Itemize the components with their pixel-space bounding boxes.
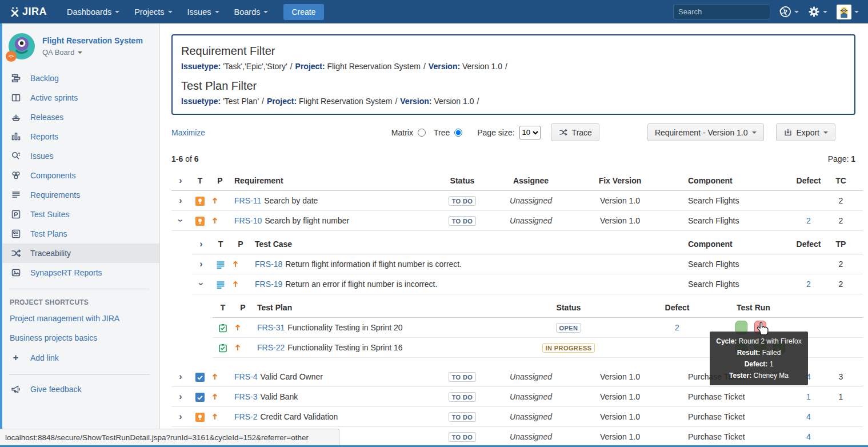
menu-projects[interactable]: Projects (127, 0, 179, 23)
requirement-row: › FRS-11Search by date TO DO Unassigned … (171, 191, 863, 211)
sidebar-item-issues[interactable]: Issues (0, 146, 159, 166)
menu-boards[interactable]: Boards (227, 0, 276, 23)
sidebar-divider (9, 374, 150, 375)
help-menu[interactable]: ? (779, 6, 799, 18)
collapse-chevron-icon[interactable]: › (197, 282, 206, 285)
page-size-select[interactable]: 10 (519, 126, 541, 139)
priority-up-icon (231, 280, 250, 289)
story-icon (195, 217, 205, 226)
test-plans-icon (10, 228, 22, 240)
task-icon (195, 373, 205, 382)
shuffle-icon (558, 127, 568, 137)
expand-chevron-icon[interactable]: › (179, 392, 182, 401)
test-case-row: › FRS-19Return an error if flight number… (192, 274, 863, 294)
menu-issues[interactable]: Issues (180, 0, 227, 23)
test-plan-icon (218, 344, 227, 353)
defect-count-link[interactable]: 1 (806, 392, 811, 401)
status-badge: TO DO (449, 196, 477, 206)
sidebar-item-test-plans[interactable]: Test Plans (0, 224, 159, 244)
user-menu[interactable] (837, 5, 859, 19)
admin-menu[interactable] (808, 6, 827, 18)
maximize-link[interactable]: Maximize (171, 128, 205, 137)
sidebar-item-backlog[interactable]: Backlog (0, 69, 159, 88)
defect-count-link[interactable]: 2 (806, 280, 811, 289)
issue-key-link[interactable]: FRS-11 (234, 196, 261, 205)
help-icon: ? (779, 6, 791, 18)
issue-key-link[interactable]: FRS-31 (257, 323, 285, 332)
test-plan-header-row: T P Test Plan Status Defect Test Run (213, 298, 863, 318)
shortcut-business-projects[interactable]: Business projects basics (0, 328, 159, 348)
task-icon (195, 393, 205, 402)
chevron-down-icon (823, 11, 827, 13)
defect-count-link[interactable]: 4 (806, 432, 811, 441)
give-feedback-button[interactable]: Give feedback (0, 380, 159, 399)
priority-up-icon (210, 412, 230, 421)
sidebar-item-reports[interactable]: Reports (0, 127, 159, 146)
trace-button[interactable]: Trace (551, 123, 599, 141)
requirement-header-row: › T P Requirement Status Assignee Fix Ve… (171, 171, 863, 191)
issue-key-link[interactable]: FRS-10 (234, 216, 262, 225)
sidebar-item-active-sprints[interactable]: Active sprints (0, 88, 159, 107)
jira-logo-icon (9, 6, 21, 18)
defect-count-link[interactable]: 4 (806, 412, 811, 421)
project-avatar[interactable]: <> (9, 33, 35, 59)
collapse-chevron-icon[interactable]: › (176, 219, 185, 222)
browser-status-bar: localhost:8848/secure/ShowTestRunDetail.… (0, 429, 339, 445)
status-url: localhost:8848/secure/ShowTestRunDetail.… (5, 433, 309, 442)
expand-chevron-icon[interactable]: › (179, 412, 182, 421)
components-icon (10, 170, 22, 181)
image-report-icon (10, 267, 22, 278)
menu-dashboards[interactable]: Dashboards (59, 0, 127, 23)
shortcut-project-management[interactable]: Project management with JIRA (0, 309, 159, 328)
expand-chevron-icon[interactable]: › (179, 372, 182, 381)
priority-up-icon (233, 323, 253, 332)
sidebar-item-releases[interactable]: Releases (0, 107, 159, 127)
scope-dropdown-button[interactable]: Requirement - Version 1.0 (647, 123, 764, 141)
chevron-down-icon (752, 131, 757, 134)
sidebar-item-components[interactable]: Components (0, 166, 159, 185)
priority-up-icon (210, 392, 230, 401)
matrix-radio[interactable] (418, 129, 426, 137)
result-count: 1-6 of 6 (171, 154, 199, 163)
chevron-down-icon (78, 51, 82, 54)
board-switcher[interactable]: QA Board (42, 48, 143, 57)
quick-search[interactable] (673, 4, 770, 19)
search-input[interactable] (678, 7, 779, 16)
issue-key-link[interactable]: FRS-19 (255, 280, 282, 289)
priority-up-icon (210, 196, 230, 205)
export-button[interactable]: Export (776, 123, 835, 141)
sidebar-item-test-suites[interactable]: Test Suites (0, 205, 159, 224)
create-button[interactable]: Create (283, 4, 323, 20)
sidebar-item-requirements[interactable]: Requirements (0, 185, 159, 205)
priority-up-icon (210, 372, 230, 381)
test-suites-icon (10, 209, 22, 220)
project-name[interactable]: Flight Reservation System (42, 33, 143, 46)
test-case-icon (216, 280, 225, 289)
tree-radio[interactable] (454, 129, 462, 137)
issue-key-link[interactable]: FRS-2 (234, 412, 257, 421)
status-badge: TO DO (449, 412, 477, 422)
issue-key-link[interactable]: FRS-22 (257, 343, 285, 352)
page-indicator: Page: 1 (828, 154, 855, 163)
expand-chevron-icon[interactable]: › (179, 196, 182, 205)
chevron-down-icon (168, 11, 173, 13)
backlog-icon (10, 73, 22, 84)
chevron-right-icon: › (199, 240, 202, 249)
defect-count-link[interactable]: 2 (806, 216, 811, 225)
priority-up-icon (233, 343, 253, 352)
defect-count-link[interactable]: 2 (675, 323, 679, 332)
jira-logo[interactable]: JIRA (9, 6, 47, 18)
issue-key-link[interactable]: FRS-3 (234, 392, 257, 401)
issue-key-link[interactable]: FRS-4 (234, 372, 257, 381)
chevron-right-icon: › (179, 176, 182, 185)
test-plan-icon (218, 324, 227, 333)
issue-key-link[interactable]: FRS-18 (255, 260, 282, 269)
text-lines-icon (10, 189, 22, 201)
tree-label: Tree (434, 128, 450, 137)
add-link-button[interactable]: + Add link (0, 348, 159, 368)
jira-logo-text: JIRA (22, 6, 47, 18)
requirement-row: › FRS-10Search by flight number TO DO Un… (171, 211, 863, 231)
sidebar-item-synapsert-reports[interactable]: SynapseRT Reports (0, 263, 159, 282)
expand-chevron-icon[interactable]: › (199, 260, 202, 269)
sidebar-item-traceability[interactable]: Traceability (0, 244, 159, 263)
